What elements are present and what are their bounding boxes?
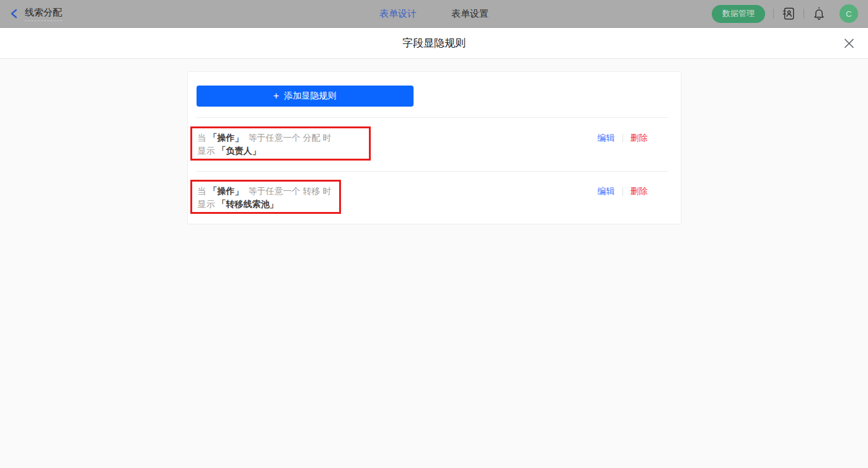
tab-form-design[interactable]: 表单设计 bbox=[379, 8, 417, 20]
rule-operator: 等于任意一个 bbox=[249, 133, 301, 143]
bell-icon[interactable] bbox=[812, 6, 826, 21]
rule-actions: 编辑 删除 bbox=[598, 186, 648, 197]
edit-rule-link[interactable]: 编辑 bbox=[598, 133, 615, 144]
top-header: 线索分配 表单设计 表单设置 数据管理 C bbox=[0, 0, 868, 28]
rule-condition-line: 当「操作」等于任意一个分配时 bbox=[198, 131, 363, 144]
rule-value: 分配 bbox=[303, 133, 321, 143]
action-divider bbox=[622, 187, 623, 196]
rule-suffix: 时 bbox=[323, 133, 332, 143]
rules-card: + 添加显隐规则 当「操作」等于任意一个分配时 显示「负责人」 编辑 删除 bbox=[187, 71, 681, 224]
modal-titlebar: 字段显隐规则 bbox=[0, 28, 868, 59]
rule-condition-line: 当「操作」等于任意一个转移时 bbox=[198, 185, 334, 198]
delete-rule-link[interactable]: 删除 bbox=[631, 186, 648, 197]
header-tabs: 表单设计 表单设置 bbox=[379, 0, 489, 27]
back-nav[interactable]: 线索分配 bbox=[10, 7, 62, 21]
header-actions: 数据管理 C bbox=[712, 4, 858, 23]
rule-operator: 等于任意一个 bbox=[249, 186, 301, 196]
rule-highlight-box[interactable]: 当「操作」等于任意一个分配时 显示「负责人」 bbox=[190, 126, 371, 161]
action-divider bbox=[622, 134, 623, 143]
rule-target-field: 「转移线索池」 bbox=[218, 199, 278, 209]
rule-field: 「操作」 bbox=[209, 133, 244, 143]
add-rule-label: 添加显隐规则 bbox=[284, 91, 336, 102]
rule-value: 转移 bbox=[303, 186, 321, 196]
rule-show: 显示 bbox=[198, 146, 215, 156]
add-rule-button[interactable]: + 添加显隐规则 bbox=[197, 86, 414, 107]
page-title: 字段显隐规则 bbox=[402, 36, 466, 50]
rule-row: 当「操作」等于任意一个转移时 显示「转移线索池」 编辑 删除 bbox=[188, 172, 681, 224]
card-top: + 添加显隐规则 bbox=[188, 72, 681, 117]
back-label[interactable]: 线索分配 bbox=[25, 7, 62, 21]
edit-rule-link[interactable]: 编辑 bbox=[598, 186, 615, 197]
rule-highlight-box[interactable]: 当「操作」等于任意一个转移时 显示「转移线索池」 bbox=[190, 180, 341, 214]
rule-suffix: 时 bbox=[323, 186, 332, 196]
rule-result-line: 显示「转移线索池」 bbox=[198, 198, 334, 211]
contacts-book-icon[interactable] bbox=[782, 7, 795, 20]
rule-show: 显示 bbox=[198, 199, 215, 209]
delete-rule-link[interactable]: 删除 bbox=[631, 133, 648, 144]
rule-result-line: 显示「负责人」 bbox=[198, 144, 363, 157]
tab-form-settings[interactable]: 表单设置 bbox=[451, 8, 489, 20]
close-icon[interactable] bbox=[844, 38, 854, 48]
header-divider bbox=[804, 9, 804, 19]
rule-actions: 编辑 删除 bbox=[598, 133, 648, 144]
header-divider bbox=[773, 9, 774, 19]
plus-icon: + bbox=[273, 91, 279, 101]
rule-field: 「操作」 bbox=[209, 186, 244, 196]
chevron-left-icon[interactable] bbox=[10, 9, 19, 19]
rule-row: 当「操作」等于任意一个分配时 显示「负责人」 编辑 删除 bbox=[188, 118, 681, 171]
rule-when: 当 bbox=[198, 133, 206, 143]
rule-target-field: 「负责人」 bbox=[218, 146, 261, 156]
data-manage-button[interactable]: 数据管理 bbox=[712, 5, 765, 23]
avatar[interactable]: C bbox=[839, 4, 858, 23]
rule-when: 当 bbox=[198, 186, 206, 196]
modal-body: + 添加显隐规则 当「操作」等于任意一个分配时 显示「负责人」 编辑 删除 bbox=[0, 59, 868, 224]
